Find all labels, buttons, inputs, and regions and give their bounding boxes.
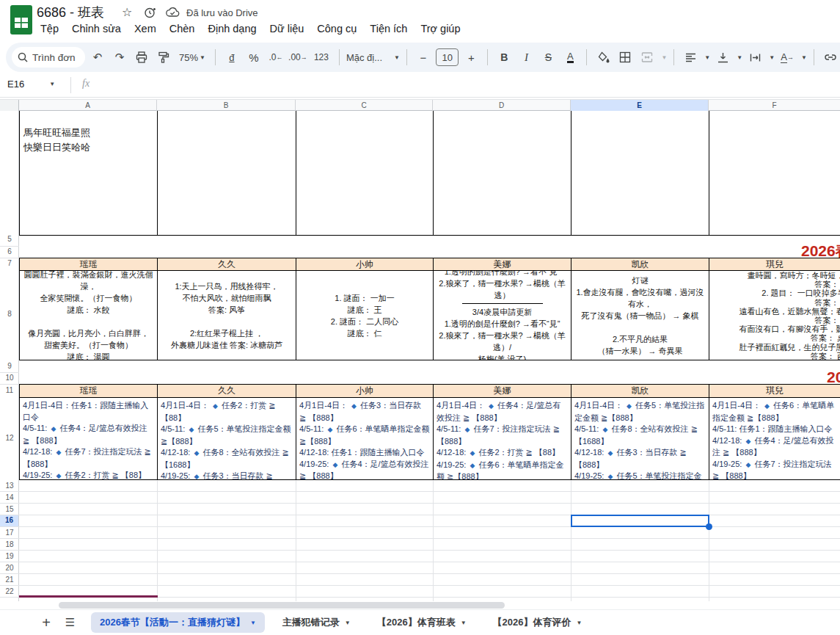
row-header-9[interactable]: 9 [0,362,19,370]
menu-format[interactable]: Định dạng [201,21,263,37]
menu-view[interactable]: Xem [128,21,163,37]
cloud-saved-icon[interactable] [166,7,180,18]
column-header-c[interactable]: C [296,100,433,111]
text-color-button[interactable]: A [567,51,574,63]
decrease-decimal-button[interactable]: .0← [266,48,285,67]
text-rotation-button[interactable]: A→ [778,48,797,67]
row-header-6[interactable]: 6 [0,247,19,255]
all-sheets-icon[interactable]: ☰ [57,616,82,629]
anchor-header-kaixin[interactable]: 凯欣 [571,258,709,271]
bold-button[interactable]: B [494,48,514,67]
row-header-21[interactable]: 21 [0,576,19,584]
row-header-11[interactable]: 11 [0,386,19,394]
sheet-tab-active[interactable]: 2026春节【活動一：直播猜灯谜】 ▼ [91,612,265,633]
format-percent-button[interactable]: % [244,48,263,67]
sheet-tab-2[interactable]: 主播犯错记录 ▼ [274,612,359,633]
anchor-header-qier[interactable]: 琪兒 [709,258,840,271]
task-cell-meina[interactable]: 4月1日-4日： ◆ 任务4：足/篮总有效投注 ≧ 【888】4/5-11: ◆… [433,397,571,480]
menu-extensions[interactable]: Tiện ích [363,21,414,37]
row-header-17[interactable]: 17 [0,529,19,537]
text-wrap-button[interactable] [745,48,764,67]
insert-link-icon[interactable] [821,48,840,67]
row-header-10[interactable]: 10 [0,374,19,382]
row-header-22[interactable]: 22 [0,587,19,595]
increase-font-size-button[interactable]: + [461,48,481,67]
borders-button[interactable] [616,48,635,67]
horizontal-align-button[interactable] [681,48,700,67]
anchor-header2-qier[interactable]: 琪兒 [709,384,840,398]
empty-cell[interactable] [157,111,296,236]
menu-edit[interactable]: Chỉnh sửa [65,21,128,37]
increase-decimal-button[interactable]: .00→ [288,48,307,67]
horizontal-scrollbar[interactable] [0,601,840,609]
riddle-cell-xiaoshuai[interactable]: 1. 謎面： 一加一 謎底： 王 2. 謎面： 二人同心 謎底： 仁 [296,270,434,360]
italic-button[interactable]: I [516,48,536,67]
row-header-20[interactable]: 20 [0,564,19,572]
anchor-header2-jiujiu[interactable]: 久久 [157,384,296,398]
row-header-13[interactable]: 13 [0,482,19,490]
merge-cells-button[interactable] [638,48,657,67]
column-header-a[interactable]: A [19,100,157,111]
menu-data[interactable]: Dữ liệu [263,21,311,37]
row-header-14[interactable]: 14 [0,493,19,501]
riddle-cell-jiujiu[interactable]: 1:天上一只鸟，用线拴得牢， 不怕大风吹，就怕细雨飘 答案: 风筝 2:红红果子… [157,270,296,360]
select-all-corner[interactable] [0,100,19,111]
riddle-cell-meina[interactable]: 1.透明的劍是什麼劍? →看不“見” 2.狼來了，猜一種水果? →楊桃（羊逃） … [433,270,571,360]
star-icon[interactable]: ☆ [122,5,132,19]
task-cell-yaoyao[interactable]: 4月1日-4日：任务1：跟随主播输入口令4/5-11: ◆ 任务4：足/篮总有效… [19,397,158,480]
row-header-16[interactable]: 16 [0,515,18,526]
anchor-header2-meina[interactable]: 美娜 [433,384,571,398]
row-header-12[interactable]: 12 [0,434,19,442]
menu-tools[interactable]: Công cụ [310,21,363,37]
font-family-selector[interactable]: Mặc đị... [346,52,390,63]
scrollbar-thumb[interactable] [59,602,505,609]
riddle-cell-yaoyao[interactable]: 圓圓肚子裡，裝滿金銀財，進火洗個澡， 全家笑開懷。（打一食物） 謎底： 水餃 像… [19,270,158,360]
task-cell-qier[interactable]: 4月1日-4日： ◆ 任务6：单笔晒单指定金额 ≧【888】4/5-11: 任务… [709,397,840,480]
font-size-input[interactable]: 10 [436,48,459,66]
selected-cell-e16[interactable] [571,515,709,527]
menu-insert[interactable]: Chèn [163,21,202,37]
row-header-15[interactable]: 15 [0,505,19,513]
fill-color-button[interactable] [594,48,613,67]
row-header-18[interactable]: 18 [0,540,19,548]
anchor-header2-yaoyao[interactable]: 瑶瑶 [19,384,158,398]
row-header-19[interactable]: 19 [0,552,19,560]
column-header-f[interactable]: F [709,100,840,111]
format-currency-button[interactable]: đ [222,48,241,67]
task-cell-jiujiu[interactable]: 4月1日-4日： ◆ 任务2：打赏 ≧ 【88】4/5-11: ◆ 任务5：单笔… [157,397,296,480]
column-header-e[interactable]: E [571,100,709,111]
riddle-cell-kaixin[interactable]: 灯谜 1.會走沒有腿，會吃沒有嘴，過河沒有水， 死了沒有鬼（猜一物品） → 象棋… [571,270,709,360]
column-header-b[interactable]: B [157,100,296,111]
document-title[interactable]: 6686 - 班表 [37,4,104,21]
anchor-header-yaoyao[interactable]: 瑶瑶 [19,258,158,271]
task-cell-xiaoshuai[interactable]: 4月1日-4日： ◆ 任务3：当日存款 ≧ 【888】4/5-11: ◆ 任务6… [296,397,434,480]
greeting-cell[interactable]: 馬年旺旺福星照 快樂日日笑哈哈 [19,111,158,236]
redo-button[interactable]: ↷ [110,48,129,67]
paint-format-button[interactable] [154,48,173,67]
anchor-header2-kaixin[interactable]: 凯欣 [571,384,709,398]
fill-handle[interactable] [706,523,712,530]
task-cell-kaixin[interactable]: 4月1日-4日： ◆ 任务5：单笔投注指定金额 ≧【888】4/5-11: ◆ … [571,397,709,480]
print-button[interactable] [132,48,151,67]
riddle-cell-qier[interactable]: 畫時圓，寫時方；冬時短，夏時長。（猜一字） 答案： 日 2. 題目： 一口咬掉多… [709,270,840,360]
zoom-selector[interactable]: 75% ▼ [176,52,208,63]
anchor-header2-xiaoshuai[interactable]: 小帅 [296,384,434,398]
empty-cell[interactable] [709,111,840,236]
number-format-button[interactable]: 123 [310,48,332,67]
column-header-d[interactable]: D [433,100,571,111]
menu-help[interactable]: Trợ giúp [414,21,467,37]
row-header-8[interactable]: 8 [0,310,19,318]
empty-cell[interactable] [571,111,709,236]
row-header-5[interactable]: 5 [0,235,19,243]
decrease-font-size-button[interactable]: − [414,48,433,67]
anchor-header-xiaoshuai[interactable]: 小帅 [296,258,434,271]
sheet-tab-3[interactable]: 【2026】体育班表 ▼ [368,612,475,633]
anchor-header-jiujiu[interactable]: 久久 [157,258,296,271]
menu-file[interactable]: Tệp [34,21,65,37]
name-box[interactable]: E16 ▼ [7,79,66,90]
history-plus-icon[interactable] [144,7,156,19]
undo-button[interactable]: ↶ [88,48,107,67]
vertical-align-button[interactable] [713,48,732,67]
sheet-tab-4[interactable]: 【2026】体育评价 ▼ [484,612,591,633]
anchor-header-meina[interactable]: 美娜 [433,258,571,271]
